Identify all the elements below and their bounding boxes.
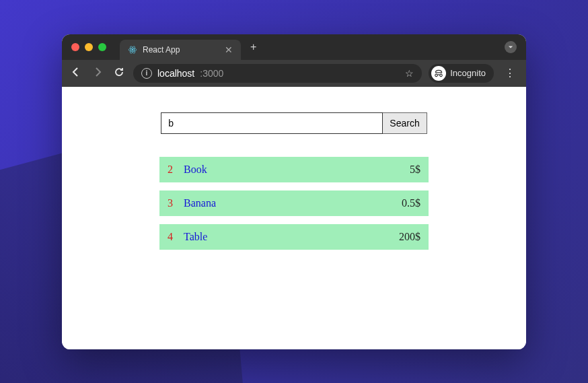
item-index: 3 bbox=[168, 197, 184, 209]
close-window-icon[interactable] bbox=[71, 43, 79, 51]
new-tab-button[interactable]: + bbox=[241, 41, 266, 53]
tabs-dropdown-icon[interactable] bbox=[505, 41, 517, 53]
forward-button[interactable] bbox=[90, 67, 105, 80]
search-button[interactable]: Search bbox=[383, 112, 427, 134]
url-port: :3000 bbox=[200, 68, 223, 79]
search-input[interactable] bbox=[161, 112, 383, 134]
item-price: 5$ bbox=[410, 164, 420, 176]
address-bar[interactable]: i localhost:3000 ☆ bbox=[133, 64, 422, 83]
browser-window: React App ✕ + i localhost:3000 ☆ bbox=[62, 34, 526, 349]
item-index: 4 bbox=[168, 231, 184, 243]
list-item: 3 Banana 0.5$ bbox=[159, 190, 429, 216]
url-host: localhost bbox=[157, 68, 194, 79]
item-price: 200$ bbox=[399, 231, 420, 243]
list-item: 4 Table 200$ bbox=[159, 224, 429, 250]
maximize-window-icon[interactable] bbox=[98, 43, 106, 51]
browser-tab[interactable]: React App ✕ bbox=[120, 40, 241, 60]
list-item: 2 Book 5$ bbox=[159, 157, 429, 182]
tab-close-icon[interactable]: ✕ bbox=[225, 44, 233, 55]
browser-toolbar: i localhost:3000 ☆ Incognito ⋮ bbox=[62, 60, 526, 87]
incognito-label: Incognito bbox=[450, 68, 486, 78]
tab-title: React App bbox=[143, 45, 180, 55]
incognito-badge[interactable]: Incognito bbox=[429, 64, 494, 83]
back-button[interactable] bbox=[69, 67, 83, 80]
bookmark-star-icon[interactable]: ☆ bbox=[405, 68, 414, 79]
site-info-icon[interactable]: i bbox=[141, 68, 152, 79]
minimize-window-icon[interactable] bbox=[85, 43, 93, 51]
react-favicon-icon bbox=[128, 45, 137, 55]
item-name: Banana bbox=[184, 197, 402, 209]
results-list: 2 Book 5$ 3 Banana 0.5$ 4 Table 200$ bbox=[159, 157, 429, 258]
item-index: 2 bbox=[168, 164, 184, 176]
titlebar: React App ✕ + bbox=[62, 34, 526, 60]
item-name: Book bbox=[184, 164, 410, 176]
item-price: 0.5$ bbox=[402, 197, 420, 209]
page-content: Search 2 Book 5$ 3 Banana 0.5$ 4 Table 2… bbox=[62, 87, 526, 349]
search-row: Search bbox=[161, 112, 427, 134]
reload-button[interactable] bbox=[112, 67, 126, 80]
item-name: Table bbox=[184, 231, 399, 243]
incognito-icon bbox=[431, 66, 446, 81]
browser-menu-icon[interactable]: ⋮ bbox=[501, 67, 519, 79]
window-controls bbox=[71, 43, 106, 51]
svg-point-0 bbox=[132, 48, 133, 50]
